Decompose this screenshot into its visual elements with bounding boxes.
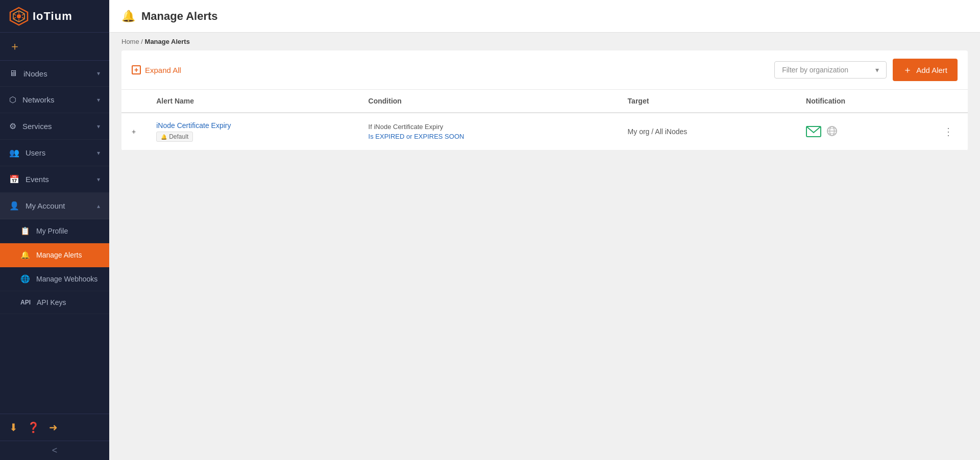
notification-cell	[796, 113, 929, 150]
server-icon: 🖥	[9, 69, 17, 78]
sidebar-item-events[interactable]: 📅 Events ▾	[0, 166, 109, 193]
add-button[interactable]: ＋	[0, 33, 109, 61]
expand-all-label: Expand All	[145, 66, 181, 74]
sidebar-item-label: My Account	[26, 201, 65, 210]
default-badge: 🔔 Default	[156, 132, 193, 142]
api-icon: API	[20, 299, 31, 306]
sidebar-item-my-account[interactable]: 👤 My Account ▴	[0, 193, 109, 219]
title-bell-icon: 🔔	[121, 10, 135, 23]
sidebar-item-label: Networks	[22, 95, 55, 104]
filter-placeholder: Filter by organization	[782, 66, 848, 74]
row-expand-button[interactable]: +	[121, 113, 146, 150]
chevron-up-icon: ▴	[97, 202, 100, 210]
sidebar-subitem-label: Manage Webhooks	[36, 275, 97, 283]
expand-icon: +	[132, 65, 141, 74]
alerts-table: Alert Name Condition Target Notification…	[121, 90, 968, 150]
sidebar-subitem-manage-alerts[interactable]: 🔔 Manage Alerts	[0, 243, 109, 267]
add-alert-button[interactable]: ＋ Add Alert	[893, 59, 958, 81]
chevron-down-icon: ▾	[97, 70, 100, 77]
sidebar-subitem-label: My Profile	[36, 227, 68, 235]
alert-name-cell: iNode Certificate Expiry 🔔 Default	[146, 113, 358, 150]
add-alert-label: Add Alert	[916, 66, 947, 74]
col-expand	[121, 90, 146, 113]
filter-organization-dropdown[interactable]: Filter by organization ▾	[774, 61, 887, 79]
users-icon: 👥	[9, 148, 19, 158]
sidebar: IoTium ＋ 🖥 iNodes ▾ ⬡ Networks ▾ ⚙ Servi…	[0, 0, 109, 460]
breadcrumb-home[interactable]: Home	[121, 38, 139, 45]
alert-name[interactable]: iNode Certificate Expiry	[156, 121, 348, 130]
bell-small-icon: 🔔	[161, 134, 167, 140]
calendar-icon: 📅	[9, 174, 19, 184]
page-title: Manage Alerts	[141, 10, 218, 23]
condition-line1: If iNode Certificate Expiry	[369, 123, 444, 131]
actions-cell: ⋮	[929, 113, 968, 150]
sidebar-subitem-api-keys[interactable]: API API Keys	[0, 291, 109, 314]
breadcrumb: Home / Manage Alerts	[109, 33, 980, 50]
sidebar-item-users[interactable]: 👥 Users ▾	[0, 140, 109, 166]
logo-container: IoTium	[0, 0, 109, 33]
chevron-down-icon: ▾	[97, 123, 100, 130]
sidebar-item-label: Events	[26, 175, 49, 184]
sidebar-subitem-label: Manage Alerts	[36, 251, 82, 259]
sidebar-subitem-my-profile[interactable]: 📋 My Profile	[0, 219, 109, 243]
col-alert-name: Alert Name	[146, 90, 358, 113]
target-cell: My org / All iNodes	[618, 113, 796, 150]
help-icon[interactable]: ❓	[27, 421, 40, 433]
sidebar-item-networks[interactable]: ⬡ Networks ▾	[0, 87, 109, 113]
more-actions-button[interactable]: ⋮	[939, 124, 958, 139]
chevron-down-icon: ▾	[97, 176, 100, 183]
main-content: 🔔 Manage Alerts Home / Manage Alerts + E…	[109, 0, 980, 460]
gear-icon: ⚙	[9, 121, 16, 131]
plus-icon: ＋	[9, 39, 20, 54]
download-icon[interactable]: ⬇	[9, 421, 18, 433]
breadcrumb-current: Manage Alerts	[145, 38, 190, 45]
globe-icon: 🌐	[20, 274, 30, 284]
content-area: + Expand All Filter by organization ▾ ＋ …	[109, 50, 980, 460]
table-row: + iNode Certificate Expiry 🔔 Default If …	[121, 113, 968, 150]
col-notification: Notification	[796, 90, 929, 113]
sidebar-subitem-manage-webhooks[interactable]: 🌐 Manage Webhooks	[0, 267, 109, 291]
hexagon-icon: ⬡	[9, 95, 16, 105]
toolbar-right: Filter by organization ▾ ＋ Add Alert	[774, 59, 958, 81]
chevron-down-icon: ▾	[97, 96, 100, 104]
content-card: + Expand All Filter by organization ▾ ＋ …	[121, 50, 968, 150]
sidebar-item-label: Services	[22, 122, 52, 131]
webhook-notification-icon	[826, 125, 838, 138]
logo-icon	[9, 7, 29, 26]
condition-cell: If iNode Certificate Expiry Is EXPIRED o…	[358, 113, 618, 150]
sidebar-collapse-button[interactable]: <	[0, 441, 109, 460]
sidebar-subitem-label: API Keys	[37, 298, 66, 306]
email-notification-icon	[806, 126, 821, 137]
bell-icon: 🔔	[20, 250, 30, 260]
expand-all-button[interactable]: + Expand All	[132, 65, 181, 74]
breadcrumb-separator: /	[141, 38, 144, 45]
profile-icon: 📋	[20, 226, 30, 236]
page-title-container: 🔔 Manage Alerts	[121, 10, 218, 23]
col-actions	[929, 90, 968, 113]
condition-line2: Is EXPIRED or EXPIRES SOON	[369, 133, 464, 140]
notification-icons	[806, 125, 919, 138]
condition-text: If iNode Certificate Expiry Is EXPIRED o…	[369, 122, 607, 142]
col-target: Target	[618, 90, 796, 113]
logout-icon[interactable]: ➜	[49, 421, 58, 433]
svg-point-2	[17, 14, 21, 18]
badge-label: Default	[169, 133, 188, 140]
sidebar-item-label: iNodes	[23, 69, 47, 78]
chevron-down-icon: ▾	[97, 149, 100, 157]
topbar: 🔔 Manage Alerts	[109, 0, 980, 33]
col-condition: Condition	[358, 90, 618, 113]
chevron-down-icon: ▾	[875, 66, 879, 74]
sidebar-item-label: Users	[26, 148, 45, 157]
toolbar: + Expand All Filter by organization ▾ ＋ …	[121, 50, 968, 90]
sidebar-bottom: ⬇ ❓ ➜	[0, 414, 109, 441]
logo-text: IoTium	[33, 10, 72, 23]
user-icon: 👤	[9, 201, 19, 211]
sidebar-item-inodes[interactable]: 🖥 iNodes ▾	[0, 61, 109, 87]
plus-icon: ＋	[903, 64, 912, 76]
sidebar-item-services[interactable]: ⚙ Services ▾	[0, 113, 109, 140]
